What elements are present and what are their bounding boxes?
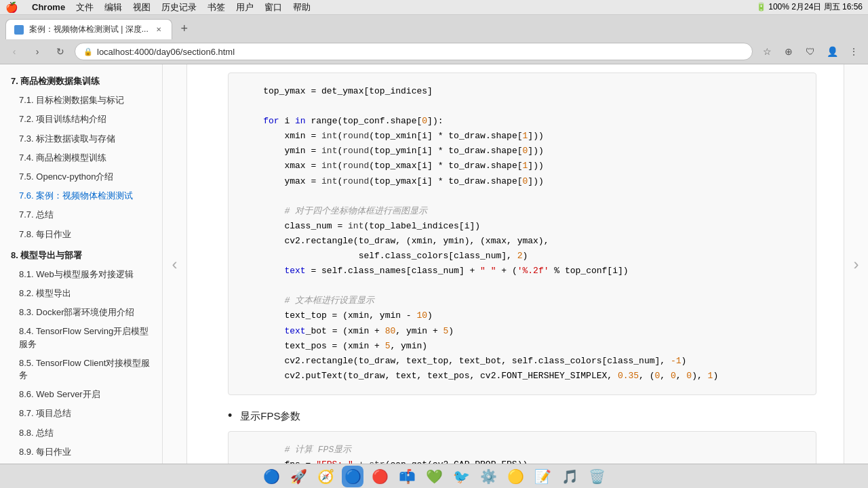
forward-button[interactable]: › xyxy=(28,43,46,60)
slide-next-button[interactable]: › xyxy=(844,64,868,464)
code-line: cv2.putText(to_draw, text, text_pos, cv2… xyxy=(242,369,802,384)
dock-safari[interactable]: 🧭 xyxy=(315,466,336,487)
code-line: ymin = int(round(top_ymin[i] * to_draw.s… xyxy=(242,144,802,159)
status-icons: 🔋 100% 2月24日 周五 16:56 xyxy=(756,1,863,13)
code-line: xmin = int(round(top_xmin[i] * to_draw.s… xyxy=(242,129,802,144)
sidebar-item-s7-2[interactable]: 7.2. 项目训练结构介绍 xyxy=(0,110,162,129)
code-line xyxy=(242,279,802,293)
menubar-window[interactable]: 窗口 xyxy=(264,1,282,14)
sidebar-item-s8-3[interactable]: 8.3. Docker部署环境使用介绍 xyxy=(0,303,162,322)
sidebar-item-s7-6[interactable]: 7.6. 案例：视频物体检测测试 xyxy=(0,186,162,205)
sidebar-item-s7-4[interactable]: 7.4. 商品检测模型训练 xyxy=(0,148,162,167)
sidebar-item-s8-8[interactable]: 8.8. 总结 xyxy=(0,424,162,443)
menubar-history[interactable]: 历史记录 xyxy=(161,1,197,14)
menubar: 🍎 Chrome 文件 编辑 视图 历史记录 书签 用户 窗口 帮助 🔋 100… xyxy=(0,0,868,15)
code-line-comment: # 计算 FPS显示 xyxy=(242,443,802,458)
back-button[interactable]: ‹ xyxy=(5,43,23,60)
menu-icon[interactable]: ⋮ xyxy=(845,43,863,60)
menubar-view[interactable]: 视图 xyxy=(133,1,151,14)
sidebar-item-s7[interactable]: 7. 商品检测数据集训练 xyxy=(0,70,162,91)
profile-icon[interactable]: 👤 xyxy=(823,43,841,60)
sidebar-item-s8[interactable]: 8. 模型导出与部署 xyxy=(0,244,162,265)
code-line: cv2.rectangle(to_draw, text_top, text_bo… xyxy=(242,354,802,369)
address-text: localhost:4000/day06/section6.html xyxy=(97,47,744,57)
code-block-2: # 计算 FPS显示 fps = "FPS: " + str(cap.get(c… xyxy=(228,431,816,464)
toolbar-icons: ☆ ⊕ 🛡 👤 ⋮ xyxy=(758,43,863,60)
code-line: self.class_colors[class_num], 2) xyxy=(242,249,802,264)
sidebar-item-s7-7[interactable]: 7.7. 总结 xyxy=(0,205,162,224)
sidebar-item-s8-5[interactable]: 8.5. TensorFlow Client对接模型服务 xyxy=(0,354,162,385)
dock-icon-7[interactable]: 🐦 xyxy=(450,466,472,487)
sidebar-item-s8-7[interactable]: 8.7. 项目总结 xyxy=(0,404,162,423)
sidebar-item-s7-5[interactable]: 7.5. Opencv-python介绍 xyxy=(0,167,162,186)
dock-icon-6[interactable]: 💚 xyxy=(423,466,445,487)
tab-bar: 案例：视频物体检测测试 | 深度... ✕ + xyxy=(0,15,868,39)
section-bullet-label: 显示FPS参数 xyxy=(240,410,300,423)
sidebar-item-s8-6[interactable]: 8.6. Web Server开启 xyxy=(0,385,162,404)
slide-prev-button[interactable]: ‹ xyxy=(163,64,187,464)
code-line: for i in range(top_conf.shape[0]): xyxy=(242,114,802,129)
new-tab-button[interactable]: + xyxy=(175,19,194,38)
code-line xyxy=(242,99,802,114)
sidebar-item-s7-1[interactable]: 7.1. 目标检测数据集与标记 xyxy=(0,91,162,110)
code-line: cv2.rectangle(to_draw, (xmin, ymin), (xm… xyxy=(242,234,802,249)
tab-title: 案例：视频物体检测测试 | 深度... xyxy=(29,24,149,35)
apple-menu[interactable]: 🍎 xyxy=(5,1,18,14)
code-line xyxy=(242,189,802,204)
code-line: text_bot = (xmin + 80, ymin + 5) xyxy=(242,324,802,339)
sidebar-item-s8-4[interactable]: 8.4. TensorFlow Serving开启模型服务 xyxy=(0,322,162,353)
menubar-user[interactable]: 用户 xyxy=(236,1,254,14)
code-line: top_ymax = det_ymax[top_indices] xyxy=(242,84,802,99)
dock-icon-12[interactable]: 🗑️ xyxy=(586,466,608,487)
dock-icon-11[interactable]: 🎵 xyxy=(559,466,580,487)
lock-icon: 🔒 xyxy=(83,47,93,56)
sidebar: 7. 商品检测数据集训练 7.1. 目标检测数据集与标记 7.2. 项目训练结构… xyxy=(0,64,163,464)
code-line: text = self.class_names[class_num] + " "… xyxy=(242,264,802,279)
address-bar-row: ‹ › ↻ 🔒 localhost:4000/day06/section6.ht… xyxy=(0,39,868,64)
address-bar[interactable]: 🔒 localhost:4000/day06/section6.html xyxy=(75,43,753,60)
reload-button[interactable]: ↻ xyxy=(52,43,69,60)
browser-tab-active[interactable]: 案例：视频物体检测测试 | 深度... ✕ xyxy=(5,19,172,39)
sidebar-item-s8-2[interactable]: 8.2. 模型导出 xyxy=(0,284,162,303)
main-content: top_ymax = det_ymax[top_indices] for i i… xyxy=(187,64,844,464)
menubar-status: 🔋 100% 2月24日 周五 16:56 xyxy=(756,1,863,13)
sidebar-item-s7-3[interactable]: 7.3. 标注数据读取与存储 xyxy=(0,129,162,148)
page-content: 7. 商品检测数据集训练 7.1. 目标检测数据集与标记 7.2. 项目训练结构… xyxy=(0,64,868,464)
extension-icon2[interactable]: 🛡 xyxy=(802,43,819,60)
code-line: text_top = (xmin, ymin - 10) xyxy=(242,308,802,323)
code-line: ymax = int(round(top_ymax[i] * to_draw.s… xyxy=(242,174,802,189)
tab-favicon xyxy=(14,25,24,35)
tab-close-button[interactable]: ✕ xyxy=(154,25,163,35)
sidebar-item-s8-1[interactable]: 8.1. Web与模型服务对接逻辑 xyxy=(0,265,162,284)
taskbar: 🔵 🚀 🧭 🔵 🔴 📫 💚 🐦 ⚙️ 🟡 📝 🎵 🗑️ xyxy=(0,464,868,488)
menubar-help[interactable]: 帮助 xyxy=(293,1,311,14)
code-line-comment: # 对于四个坐标物体框进行画图显示 xyxy=(242,204,802,219)
dock-chrome[interactable]: 🔵 xyxy=(342,466,363,487)
bookmark-icon[interactable]: ☆ xyxy=(758,43,776,60)
menubar-edit[interactable]: 编辑 xyxy=(104,1,122,14)
dock-icon-9[interactable]: 🟡 xyxy=(505,466,526,487)
code-block-1: top_ymax = det_ymax[top_indices] for i i… xyxy=(228,73,816,395)
dock-launchpad[interactable]: 🚀 xyxy=(288,466,309,487)
extension-icon1[interactable]: ⊕ xyxy=(780,43,797,60)
dock-typora[interactable]: 📝 xyxy=(532,466,553,487)
sidebar-item-s8-9[interactable]: 8.9. 每日作业 xyxy=(0,443,162,462)
code-line-comment: # 文本框进行设置显示 xyxy=(242,293,802,308)
dock-icon-8[interactable]: ⚙️ xyxy=(477,466,499,487)
dock-mail[interactable]: 📫 xyxy=(396,466,418,487)
sidebar-item-s7-8[interactable]: 7.8. 每日作业 xyxy=(0,225,162,244)
code-line: class_num = int(top_label_indices[i]) xyxy=(242,219,802,234)
dock-pycharm[interactable]: 🔴 xyxy=(369,466,391,487)
dock-finder[interactable]: 🔵 xyxy=(260,466,282,487)
menubar-file[interactable]: 文件 xyxy=(76,1,94,14)
browser-chrome: 案例：视频物体检测测试 | 深度... ✕ + ‹ › ↻ 🔒 localhos… xyxy=(0,15,868,64)
code-line: xmax = int(round(top_xmax[i] * to_draw.s… xyxy=(242,159,802,174)
menubar-bookmarks[interactable]: 书签 xyxy=(208,1,225,14)
menubar-chrome[interactable]: Chrome xyxy=(32,2,65,12)
bullet-icon: • xyxy=(228,409,232,423)
code-line: text_pos = (xmin + 5, ymin) xyxy=(242,339,802,354)
section-bullet-fps: • 显示FPS参数 xyxy=(228,409,816,423)
